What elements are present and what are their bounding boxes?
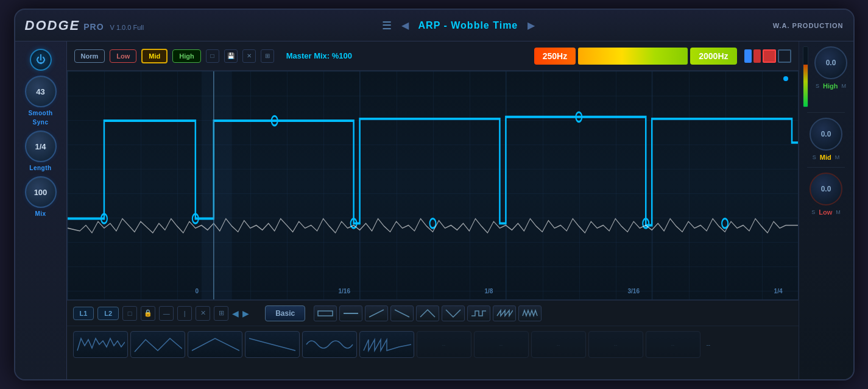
time-label-4: 1/4 <box>774 288 783 294</box>
pattern-empty-3[interactable]: -- <box>531 331 586 358</box>
next-preset-button[interactable]: ▶ <box>528 20 535 31</box>
eq-mid-section: 0.0 S Mid M <box>803 118 850 162</box>
length-label: Length <box>29 165 51 171</box>
band-norm-button[interactable]: Norm <box>74 49 105 63</box>
header-right: W.A. PRODUCTION <box>773 22 844 29</box>
freq-low-button[interactable]: 250Hz <box>534 48 576 65</box>
smooth-knob-container: 43 Smooth Sync <box>25 76 57 126</box>
copy-icon-btn[interactable]: □ <box>122 306 137 321</box>
master-mix-label: Master Mix: %100 <box>286 51 352 60</box>
eq-divider-2 <box>807 167 845 168</box>
eq-high-m-btn[interactable]: M <box>841 83 846 89</box>
svg-point-12 <box>722 219 728 229</box>
color-blue-indicator <box>744 49 752 63</box>
sync-label: Sync <box>33 119 49 126</box>
center-area: Norm Low Mid High □ 💾 ✕ ⊞ Master Mix: %1… <box>67 41 799 379</box>
pattern-empty-4[interactable]: -- <box>588 331 643 358</box>
freq-display: 250Hz 2000Hz <box>534 48 791 65</box>
color-indicators <box>744 49 791 63</box>
length-value: 1/4 <box>35 142 46 151</box>
pattern-fast-sine-btn[interactable] <box>302 331 357 358</box>
pattern-empty-1[interactable]: -- <box>417 331 471 358</box>
power-button[interactable]: ⏻ <box>30 49 52 71</box>
shape-inv-tri-btn[interactable] <box>442 305 465 321</box>
eq-low-s-btn[interactable]: S <box>811 209 815 215</box>
smooth-value: 43 <box>36 87 44 96</box>
eq-low-controls: S Low M <box>811 207 841 217</box>
logo-section: DODGE PRO V 1.0.0 Full <box>25 18 144 34</box>
time-label-2: 1/8 <box>485 288 493 294</box>
eq-low-m-btn[interactable]: M <box>836 209 841 215</box>
basic-button[interactable]: Basic <box>265 305 305 321</box>
time-label-1: 1/16 <box>339 288 350 294</box>
pattern-ramp-tri-btn[interactable] <box>188 331 242 358</box>
band-low-button[interactable]: Low <box>110 49 136 63</box>
minus-icon-btn[interactable]: — <box>159 306 174 321</box>
logo-pro: PRO <box>83 22 104 32</box>
pattern-ramp-btn[interactable] <box>245 331 300 358</box>
pattern-complex-btn[interactable] <box>73 331 128 358</box>
main-content: ⏻ 43 Smooth Sync 1/4 Length 100 Mix <box>15 41 853 379</box>
right-arrow-btn[interactable]: ▶ <box>242 309 249 318</box>
plugin-container: DODGE PRO V 1.0.0 Full ☰ ◀ ARP - Wobble … <box>14 9 855 380</box>
shape-saw-btn[interactable] <box>493 305 516 321</box>
shape-tri-btn[interactable] <box>416 305 439 321</box>
pattern-complex2-btn[interactable] <box>359 331 414 358</box>
shape-flat-btn[interactable] <box>339 305 362 321</box>
shape-rect-btn[interactable] <box>314 305 337 321</box>
eq-high-value: 0.0 <box>826 59 836 67</box>
shape-step-btn[interactable] <box>467 305 490 321</box>
svg-rect-14 <box>318 311 333 316</box>
eq-high-controls: S High M <box>816 81 846 91</box>
eq-mid-s-btn[interactable]: S <box>813 154 816 160</box>
icon-square-btn[interactable]: □ <box>206 49 219 63</box>
header-center: ☰ ◀ ARP - Wobble Time ▶ <box>144 19 772 32</box>
layer-l2-button[interactable]: L2 <box>97 307 119 320</box>
high-section: 0.0 S High M <box>803 46 850 107</box>
shape-complex-btn[interactable] <box>518 305 542 321</box>
eq-high-s-btn[interactable]: S <box>816 83 819 89</box>
icon-close-btn[interactable]: ✕ <box>242 49 256 63</box>
left-arrow-btn[interactable]: ◀ <box>232 309 239 318</box>
eq-high-knob[interactable]: 0.0 <box>814 46 847 79</box>
mix-knob-container: 100 Mix <box>25 176 57 217</box>
icon-save-btn[interactable]: 💾 <box>224 49 238 63</box>
prev-preset-button[interactable]: ◀ <box>401 20 409 31</box>
time-label-0: 0 <box>196 288 199 294</box>
color-red-indicator <box>753 49 761 63</box>
bottom-controls: L1 L2 □ 🔒 — | ✕ ⊞ ◀ ▶ Basic <box>67 300 799 379</box>
preset-name: ARP - Wobble Time <box>418 20 518 31</box>
logo-dodge: DODGE <box>25 18 80 34</box>
waveform-display[interactable]: 0 1/16 1/8 3/16 1/4 <box>67 71 799 300</box>
pattern-empty-2[interactable]: -- <box>474 331 529 358</box>
band-high-button[interactable]: High <box>172 49 200 63</box>
eq-low-value: 0.0 <box>821 185 831 193</box>
waveform-svg <box>68 71 798 299</box>
length-knob-container: 1/4 Length <box>25 130 57 171</box>
shape-buttons <box>314 305 542 321</box>
bottom-row2: -- -- -- -- -- -- <box>67 326 799 363</box>
grid2-icon-btn[interactable]: ⊞ <box>214 306 228 321</box>
mix-value: 100 <box>34 188 48 197</box>
icon-grid-btn[interactable]: ⊞ <box>261 49 274 63</box>
length-knob[interactable]: 1/4 <box>25 130 57 162</box>
mix-knob[interactable]: 100 <box>25 176 57 208</box>
freq-high-button[interactable]: 2000Hz <box>690 48 736 65</box>
shape-ramp-up-btn[interactable] <box>365 305 388 321</box>
x-icon-btn[interactable]: ✕ <box>196 306 210 321</box>
header-bar: DODGE PRO V 1.0.0 Full ☰ ◀ ARP - Wobble … <box>15 10 853 41</box>
freq-bar[interactable] <box>578 48 688 65</box>
band-mid-button[interactable]: Mid <box>141 49 168 63</box>
mix-label: Mix <box>35 210 46 217</box>
menu-icon[interactable]: ☰ <box>382 19 392 32</box>
save-icon-btn[interactable]: 🔒 <box>141 306 155 321</box>
eq-mid-knob[interactable]: 0.0 <box>810 118 842 151</box>
eq-low-knob[interactable]: 0.0 <box>810 173 842 205</box>
pattern-empty-5[interactable]: -- <box>646 331 700 358</box>
layer-l1-button[interactable]: L1 <box>73 307 94 320</box>
pipe-icon-btn[interactable]: | <box>177 306 192 321</box>
pattern-sine-ramp-btn[interactable] <box>130 331 185 358</box>
smooth-knob[interactable]: 43 <box>25 76 57 107</box>
shape-ramp-down-btn[interactable] <box>390 305 414 321</box>
eq-mid-m-btn[interactable]: M <box>835 154 840 160</box>
